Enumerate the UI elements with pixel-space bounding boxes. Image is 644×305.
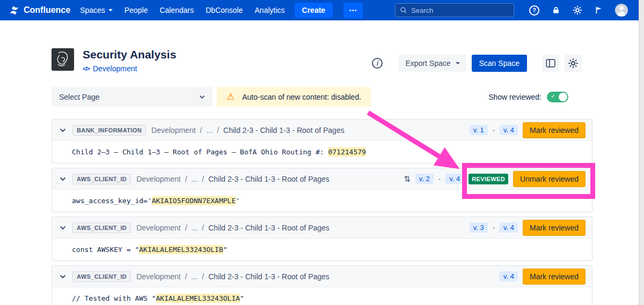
nav-item-calendars[interactable]: Calendars xyxy=(159,6,194,14)
snippet-text: Child 2–3 – Child 1–3 – Root of Pages – … xyxy=(72,148,328,156)
select-page-dropdown[interactable]: Select Page xyxy=(52,87,213,107)
snippet-text: const AWSKEY = " xyxy=(72,246,139,254)
version-from-link[interactable]: v. 3 xyxy=(470,222,488,233)
version-to-link[interactable]: v. 4 xyxy=(445,174,464,184)
secret-highlight: AKIAIO5FODNN7EXAMPLE xyxy=(152,196,236,205)
show-reviewed-toggle[interactable]: ✓ xyxy=(547,92,568,102)
breadcrumb-separator: / xyxy=(202,175,204,183)
check-icon: ✓ xyxy=(551,93,555,99)
chevron-down-icon xyxy=(108,9,113,11)
help-icon[interactable]: ? xyxy=(529,5,539,16)
version-changes-icon[interactable]: ⇅ xyxy=(404,175,411,183)
findings-list: BANK_INFORMATION Development / ... / Chi… xyxy=(52,119,592,305)
nav-item-dbconsole[interactable]: DbConsole xyxy=(206,6,243,14)
page-titles: Security Analysis </> Development xyxy=(83,48,176,73)
page-title: Security Analysis xyxy=(83,48,176,61)
version-to-link[interactable]: v. 4 xyxy=(500,271,518,281)
space-avatar xyxy=(52,48,74,71)
breadcrumb-page[interactable]: Child 2-3 - Child 1-3 - Root of Pages xyxy=(208,175,330,183)
nav-item-analytics[interactable]: Analytics xyxy=(255,6,285,14)
version-from-link[interactable]: v. 1 xyxy=(470,125,488,135)
search-input[interactable] xyxy=(411,6,509,14)
finding-card: BANK_INFORMATION Development / ... / Chi… xyxy=(52,119,592,163)
snippet-text: " xyxy=(240,294,244,302)
finding-actions: v. 1 - v. 4 Mark reviewed xyxy=(470,122,586,138)
finding-header: AWS_CLIENT_ID Development / ... / Child … xyxy=(52,168,592,190)
version-to-link[interactable]: v. 4 xyxy=(500,125,518,135)
confluence-mark-icon xyxy=(9,5,20,16)
finding-header: AWS_CLIENT_ID Development / ... / Child … xyxy=(52,217,592,239)
breadcrumb: Development / ... / Child 2-3 - Child 1-… xyxy=(136,224,330,232)
breadcrumb-separator: / xyxy=(202,272,204,281)
finding-header: BANK_INFORMATION Development / ... / Chi… xyxy=(52,120,592,141)
collapse-chevron-icon[interactable] xyxy=(58,273,67,280)
mark-reviewed-button[interactable]: Mark reviewed xyxy=(523,269,586,285)
more-button[interactable]: ••• xyxy=(343,3,363,18)
secret-highlight: AKIALALEMEL33243OLIB xyxy=(139,245,223,254)
version-to-link[interactable]: v. 4 xyxy=(500,222,518,233)
finding-actions: v. 3 - v. 4 Mark reviewed xyxy=(470,220,586,236)
toggle-knob xyxy=(559,93,567,101)
nav-item-spaces[interactable]: Spaces xyxy=(80,6,113,14)
page-content: Security Analysis </> Development i Expo… xyxy=(0,48,644,305)
breadcrumb-space[interactable]: Development xyxy=(136,224,181,232)
nav-icon-group: ? xyxy=(529,4,628,17)
breadcrumb-space[interactable]: Development xyxy=(136,272,181,281)
finding-type-badge: AWS_CLIENT_ID xyxy=(72,174,131,184)
finding-type-badge: AWS_CLIENT_ID xyxy=(72,271,131,282)
export-space-button[interactable]: Export Space xyxy=(399,55,466,72)
space-settings-button[interactable] xyxy=(565,55,582,72)
select-page-label: Select Page xyxy=(59,93,100,101)
show-reviewed-label: Show reviewed: xyxy=(488,93,541,101)
confluence-logo[interactable]: Confluence xyxy=(9,5,70,16)
gear-icon[interactable] xyxy=(573,5,582,15)
info-icon[interactable]: i xyxy=(372,58,383,69)
finding-snippet: const AWSKEY = "AKIALALEMEL33243OLIB" xyxy=(52,239,592,261)
finding-actions: v. 4 Mark reviewed xyxy=(500,269,586,285)
reviewed-status-badge: REVIEWED xyxy=(469,174,508,184)
primary-nav: Spaces People Calendars DbConsole Analyt… xyxy=(80,6,284,14)
warning-text: Auto-scan of new content: disabled. xyxy=(242,93,361,101)
breadcrumb-page[interactable]: Child 2-3 - Child 1-3 - Root of Pages xyxy=(223,126,345,135)
header-actions: i Export Space Scan Space xyxy=(372,55,582,72)
filter-row: Select Page ⚠ Auto-scan of new content: … xyxy=(52,87,592,107)
version-from-link[interactable]: v. 2 xyxy=(415,174,434,184)
space-name-link[interactable]: Development xyxy=(93,64,137,73)
user-avatar[interactable] xyxy=(615,4,628,17)
collapse-chevron-icon[interactable] xyxy=(58,176,67,182)
breadcrumb-separator: / xyxy=(202,224,204,232)
breadcrumb-ellipsis: ... xyxy=(192,224,198,232)
nav-item-people[interactable]: People xyxy=(125,6,148,14)
breadcrumb-ellipsis: ... xyxy=(192,272,198,281)
breadcrumb-separator: / xyxy=(185,272,187,281)
finding-snippet: Child 2–3 – Child 1–3 – Root of Pages – … xyxy=(52,141,592,163)
mark-reviewed-button[interactable]: Mark reviewed xyxy=(523,122,586,138)
global-search[interactable] xyxy=(395,3,514,17)
snippet-text: aws_access_key_id=' xyxy=(72,197,152,205)
breadcrumb-page[interactable]: Child 2-3 - Child 1-3 - Root of Pages xyxy=(208,224,330,232)
create-button[interactable]: Create xyxy=(295,3,333,18)
top-nav: Confluence Spaces People Calendars DbCon… xyxy=(0,0,644,20)
version-dash: - xyxy=(493,126,495,134)
collapse-chevron-icon[interactable] xyxy=(58,225,67,231)
mark-reviewed-button[interactable]: Mark reviewed xyxy=(523,220,586,236)
breadcrumb-separator: / xyxy=(217,126,219,135)
breadcrumb: Development / ... / Child 2-3 - Child 1-… xyxy=(136,272,330,281)
scan-space-button[interactable]: Scan Space xyxy=(472,55,528,72)
version-dash: - xyxy=(493,224,495,232)
finding-card: AWS_CLIENT_ID Development / ... / Child … xyxy=(52,265,592,305)
show-reviewed-control: Show reviewed: ✓ xyxy=(488,92,568,102)
announcement-flag-icon[interactable] xyxy=(595,6,603,14)
finding-snippet: // Tested with AWS "AKIALALEMEL33243OLIA… xyxy=(52,287,592,305)
breadcrumb-space[interactable]: Development xyxy=(136,175,181,183)
unmark-reviewed-button[interactable]: Unmark reviewed xyxy=(513,171,586,187)
sidebar-layout-icon xyxy=(546,59,555,68)
lock-icon[interactable] xyxy=(552,6,560,14)
sidebar-layout-button[interactable] xyxy=(542,55,559,72)
scrollbar[interactable] xyxy=(639,0,644,305)
breadcrumb-space[interactable]: Development xyxy=(151,126,196,135)
collapse-chevron-icon[interactable] xyxy=(58,127,67,133)
breadcrumb-page[interactable]: Child 2-3 - Child 1-3 - Root of Pages xyxy=(208,272,330,281)
code-icon: </> xyxy=(83,65,90,72)
breadcrumb-ellipsis: ... xyxy=(206,126,213,135)
